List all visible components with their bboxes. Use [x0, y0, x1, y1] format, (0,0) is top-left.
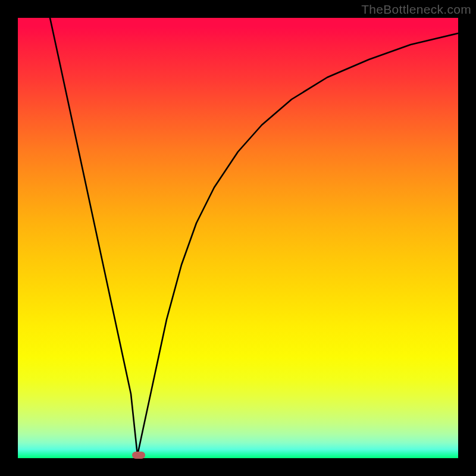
bottleneck-curve — [18, 18, 458, 458]
curve-path — [50, 18, 458, 455]
watermark-text: TheBottleneck.com — [361, 2, 471, 17]
optimal-marker — [132, 452, 145, 459]
chart-container: TheBottleneck.com — [0, 0, 476, 476]
plot-area — [18, 18, 458, 458]
